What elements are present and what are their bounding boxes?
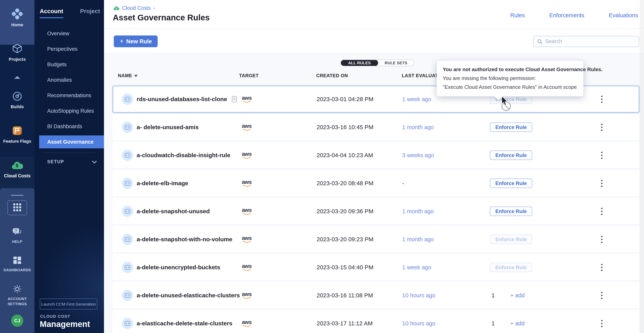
rail-label: Projects <box>9 57 26 62</box>
sidebar-item-setup[interactable]: SETUP <box>47 159 96 164</box>
table-row[interactable]: a-delete-elb-imageaws2023-03-20 08:48 PM… <box>113 170 639 197</box>
add-enforcement-link[interactable]: + add <box>510 320 524 327</box>
kebab-menu-icon[interactable] <box>600 150 604 161</box>
last-evaluation[interactable]: 10 hours ago <box>402 292 435 298</box>
aws-logo: aws <box>240 264 254 271</box>
cube-icon <box>11 43 23 55</box>
last-evaluation[interactable]: 1 month ago <box>402 208 434 214</box>
link-evaluations[interactable]: Evaluations <box>609 12 638 19</box>
aws-logo: aws <box>240 320 254 327</box>
rail-item-dashboards[interactable]: DASHBOARDS <box>0 256 34 273</box>
rule-icon <box>122 122 133 133</box>
table-row[interactable]: a-cloudwatch-disable-insight-ruleaws2023… <box>113 142 639 169</box>
toggle-all-rules[interactable]: ALL RULES <box>341 60 378 66</box>
table-row[interactable]: a- delete-unused-amisaws2023-03-16 10:45… <box>113 114 639 141</box>
launch-ccm-first-gen-button[interactable]: Launch CCM First Generation <box>40 298 97 309</box>
rule-name[interactable]: a-delete-snapshot-with-no-volume <box>137 236 232 243</box>
last-evaluation[interactable]: 1 week ago <box>402 96 431 102</box>
dashboards-icon <box>12 256 22 266</box>
app-window: CJ Home Projects <box>0 0 644 333</box>
kebab-menu-icon[interactable] <box>600 206 604 217</box>
module-picker-button[interactable] <box>8 200 27 215</box>
rule-name[interactable]: a-delete-elb-image <box>137 180 188 187</box>
enforce-rule-button[interactable]: Enforce Rule <box>490 207 532 216</box>
table-row[interactable]: a-delete-unencrypted-bucketsaws2023-03-1… <box>113 254 639 281</box>
rail-item-help[interactable]: ? HELP <box>0 227 34 244</box>
sidebar-item-autostopping-rules[interactable]: AutoStopping Rules <box>34 103 104 119</box>
enforcement-count: 1 <box>490 292 510 299</box>
grid-icon <box>13 203 22 212</box>
breadcrumb-separator: › <box>153 5 155 11</box>
last-evaluation[interactable]: 1 week ago <box>402 264 431 270</box>
aws-logo: aws <box>240 292 254 299</box>
kebab-menu-icon[interactable] <box>600 122 604 133</box>
link-enforcements[interactable]: Enforcements <box>549 12 584 19</box>
add-enforcement-link[interactable]: + add <box>510 292 524 299</box>
sidebar-item-asset-governance[interactable]: Asset Governance <box>39 135 104 148</box>
sidebar-item-perspectives[interactable]: Perspectives <box>34 41 104 57</box>
rule-name[interactable]: a-delete-snapshot-unused <box>137 208 210 215</box>
rail-item-cloud-costs[interactable]: $ Cloud Costs <box>0 160 34 179</box>
tab-project[interactable]: Project <box>80 8 100 18</box>
column-header-created-on[interactable]: CREATED ON <box>316 73 402 78</box>
link-rules[interactable]: Rules <box>510 12 525 19</box>
column-header-name[interactable]: NAME <box>113 73 239 78</box>
kebab-menu-icon[interactable] <box>600 290 604 301</box>
table-row[interactable]: a-elasticache-delete-stale-clustersaws20… <box>113 310 639 333</box>
copy-icon[interactable] <box>232 96 237 102</box>
enforce-rule-button[interactable]: Enforce Rule <box>490 263 532 272</box>
toggle-rule-sets[interactable]: RULE SETS <box>378 60 414 66</box>
enforce-rule-button[interactable]: Enforce Rule <box>490 151 532 160</box>
last-evaluation[interactable]: 3 weeks ago <box>402 152 434 158</box>
last-evaluation[interactable]: 1 month ago <box>402 124 434 130</box>
sidebar-item-recommendations[interactable]: Recommendations <box>34 88 104 103</box>
sidebar-item-overview[interactable]: Overview <box>34 26 104 41</box>
rule-name[interactable]: a-delete-unencrypted-buckets <box>137 264 220 271</box>
kebab-menu-icon[interactable] <box>600 318 604 329</box>
user-avatar[interactable]: CJ <box>11 314 23 327</box>
rule-icon <box>122 262 133 273</box>
rule-name[interactable]: a- delete-unused-amis <box>137 124 199 131</box>
kebab-menu-icon[interactable] <box>600 178 604 189</box>
table-row[interactable]: a-delete-unused-elasticache-clustersaws2… <box>113 282 639 309</box>
rail-item-feature-flags[interactable]: Feature Flags <box>0 125 34 144</box>
new-rule-button[interactable]: + New Rule <box>114 36 158 47</box>
rule-name[interactable]: a-delete-unused-elasticache-clusters <box>137 292 240 299</box>
breadcrumb-link-cloud-costs[interactable]: Cloud Costs <box>122 5 151 11</box>
rule-name[interactable]: a-cloudwatch-disable-insight-rule <box>137 152 230 159</box>
rail-item-projects[interactable]: Projects <box>0 43 34 62</box>
tab-account[interactable]: Account <box>40 8 63 18</box>
table-row[interactable]: a-delete-snapshot-with-no-volumeaws2023-… <box>113 226 639 253</box>
rail-item-account-settings[interactable]: ACCOUNT SETTINGS <box>0 284 34 306</box>
enforce-rule-button[interactable]: Enforce Rule <box>490 235 532 244</box>
rail-item-home[interactable]: Home <box>0 8 34 28</box>
main-content: $ Cloud Costs › Asset Governance Rules R… <box>104 0 644 333</box>
rail-label: HELP <box>12 239 22 244</box>
rail-label: ACCOUNT SETTINGS <box>1 296 33 306</box>
aws-logo: aws <box>240 152 254 159</box>
kebab-menu-icon[interactable] <box>600 262 604 273</box>
sidebar-item-budgets[interactable]: Budgets <box>34 57 104 72</box>
rules-toggle: ALL RULES RULE SETS <box>340 60 414 66</box>
enforce-rule-button[interactable]: Enforce Rule <box>490 179 532 188</box>
sidebar-item-anomalies[interactable]: Anomalies <box>34 72 104 88</box>
enforce-rule-button[interactable]: Enforce Rule <box>490 123 532 132</box>
kebab-menu-icon[interactable] <box>600 234 604 245</box>
cloud-costs-icon: $ <box>113 6 120 11</box>
table-row[interactable]: a-delete-snapshot-unusedaws2023-03-20 09… <box>113 198 639 225</box>
column-header-target[interactable]: TARGET <box>239 73 316 78</box>
collapse-rail-icon[interactable] <box>14 76 20 79</box>
created-on: 2023-03-16 11:08 PM <box>316 292 402 299</box>
tooltip-line-3: "Execute Cloud Asset Governance Rules" i… <box>443 83 578 92</box>
new-rule-label: New Rule <box>126 38 152 45</box>
sidebar-divider <box>44 152 95 153</box>
sidebar-item-bi-dashboards[interactable]: BI Dashboards <box>34 119 104 134</box>
kebab-menu-icon[interactable] <box>600 94 604 105</box>
rule-name[interactable]: rds-unused-databases-list-clone <box>137 96 227 103</box>
permission-tooltip: You are not authorized to execute Cloud … <box>437 61 584 96</box>
rail-item-builds[interactable]: Builds <box>0 91 34 109</box>
rule-name[interactable]: a-elasticache-delete-stale-clusters <box>137 320 232 327</box>
last-evaluation[interactable]: 10 hours ago <box>402 320 435 326</box>
last-evaluation[interactable]: 1 month ago <box>402 236 434 242</box>
search-input[interactable] <box>545 39 635 45</box>
